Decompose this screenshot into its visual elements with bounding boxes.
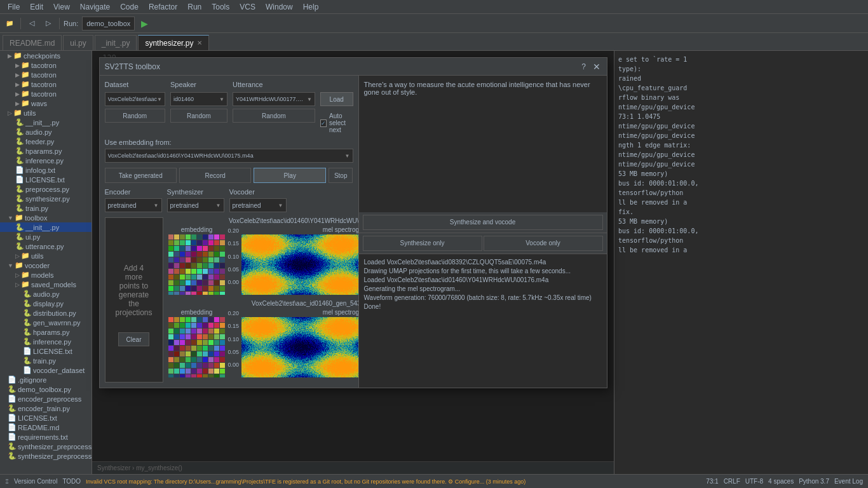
menu-item-file[interactable]: File (3, 1, 25, 13)
tree-item-gitignore[interactable]: 📄 .gitignore (0, 375, 92, 384)
dialog-help-btn[interactable]: ? (579, 62, 589, 72)
status-indent[interactable]: 4 spaces (768, 478, 794, 485)
tree-item-inference-voc[interactable]: 🐍 inference.py (0, 337, 92, 346)
tree-item-audio-voc[interactable]: 🐍 audio.py (0, 289, 92, 299)
utterance-random-btn[interactable]: Random (233, 109, 315, 123)
autoselect-checkbox[interactable] (320, 119, 327, 127)
dialog-close-btn[interactable]: ✕ (592, 62, 602, 72)
colorbar-max: 0.20 (228, 227, 240, 234)
record-btn[interactable]: Record (179, 168, 251, 183)
tree-item-audio[interactable]: 🐍 audio.py (0, 127, 92, 137)
tree-item-synthesizerpy[interactable]: 🐍 synthesizer.py (0, 194, 92, 203)
tree-item-infolog[interactable]: 📄 infolog.txt (0, 165, 92, 175)
tree-item-license-voc[interactable]: 📄 LICENSE.txt (0, 346, 92, 356)
dialog-text-input[interactable] (359, 76, 607, 212)
status-vcs[interactable]: ⑄ (5, 478, 9, 485)
tree-item-tacotron4[interactable]: ▶ 📁 tacotron (0, 89, 92, 98)
menu-item-tools[interactable]: Tools (207, 1, 234, 13)
menu-item-refactor[interactable]: Refactor (144, 1, 182, 13)
synthesize-and-vocode-btn[interactable]: Synthesize and vocode (363, 215, 603, 230)
tree-item-tacotron2[interactable]: ▶ 📁 tacotron (0, 70, 92, 79)
tree-item-synth-preprocess-audio[interactable]: 🐍 synthesizer_preprocess_audio.py (0, 442, 92, 451)
speaker-combo[interactable]: id01460 ▼ (170, 92, 227, 106)
tree-item-gen-wavrnn[interactable]: 🐍 gen_wavrnn.py (0, 318, 92, 327)
status-crlf[interactable]: CRLF (724, 478, 740, 485)
menu-item-run[interactable]: Run (182, 1, 207, 13)
load-btn[interactable]: Load (320, 92, 353, 106)
toolbar-back-btn[interactable]: ◁ (25, 17, 39, 30)
tree-item-init-toolbox[interactable]: 🐍 __init__.py (0, 222, 92, 232)
tree-item-preprocess[interactable]: 🐍 preprocess.py (0, 184, 92, 194)
tree-item-demo-toolbox[interactable]: 🐍 demo_toolbox.py (0, 384, 92, 394)
tree-item-vocoder[interactable]: ▼ 📁 vocoder (0, 261, 92, 270)
tree-item-encoder-train[interactable]: 🐍 encoder_train.py (0, 403, 92, 413)
stop-btn[interactable]: Stop (329, 168, 353, 183)
menu-item-code[interactable]: Code (115, 1, 144, 13)
tree-item-hparams[interactable]: 🐍 hparams.py (0, 146, 92, 156)
menu-item-view[interactable]: View (48, 1, 75, 13)
tree-item-checkpoints[interactable]: ▶ 📁 checkpoints (0, 51, 92, 60)
tree-item-init-utils[interactable]: 🐍 __init__.py (0, 118, 92, 127)
tree-item-uipy[interactable]: 🐍 ui.py (0, 232, 92, 241)
tab-close-icon[interactable]: ✕ (197, 39, 202, 46)
tree-item-utils-toolbox[interactable]: ▷ 📁 utils (0, 251, 92, 261)
run-btn[interactable]: ▶ (137, 17, 151, 30)
status-todo[interactable]: TODO (62, 478, 81, 485)
event-log-btn[interactable]: Event Log (834, 478, 863, 485)
synthesizer-combo[interactable]: pretrained ▼ (167, 198, 224, 212)
menu-item-navigate[interactable]: Navigate (75, 1, 115, 13)
console-area[interactable]: e set to `rate = 1 type): rained \cpu_fe… (614, 51, 868, 474)
menu-item-vcs[interactable]: VCS (234, 1, 261, 13)
tree-item-wavs[interactable]: ▶ 📁 wavs (0, 98, 92, 108)
menu-item-help[interactable]: Help (298, 1, 324, 13)
menu-item-window[interactable]: Window (261, 1, 298, 13)
dataset-random-btn[interactable]: Random (105, 109, 165, 123)
tree-item-requirements[interactable]: 📄 requirements.txt (0, 432, 92, 442)
tree-item-vocoder-dataset[interactable]: 📄 vocoder_dataset (0, 365, 92, 375)
tree-item-tacotron3[interactable]: ▶ 📁 tacotron (0, 79, 92, 89)
status-vcs-label[interactable]: Version Control (14, 478, 57, 485)
tree-item-tacotron1[interactable]: ▶ 📁 tacotron (0, 60, 92, 70)
embedding-path-combo[interactable]: VoxCeleb2\test\aac\id01460\Y041WRHdcWU\0… (105, 149, 353, 163)
toolbar-forward-btn[interactable]: ▷ (41, 17, 55, 30)
take-generated-btn[interactable]: Take generated (105, 168, 177, 183)
status-encoding[interactable]: UTF-8 (745, 478, 763, 485)
tree-item-feeder[interactable]: 🐍 feeder.py (0, 137, 92, 146)
encoder-combo[interactable]: pretrained ▼ (105, 198, 162, 212)
tab-synthesizerpy[interactable]: synthesizer.py ✕ (138, 35, 209, 50)
tree-item-display[interactable]: 🐍 display.py (0, 299, 92, 308)
tree-item-saved-models[interactable]: ▷ 📁 saved_models (0, 280, 92, 289)
clear-btn[interactable]: Clear (118, 332, 150, 346)
tree-item-synth-preprocess-embeds[interactable]: 🐍 synthesizer_preprocess_embeds.py (0, 451, 92, 461)
tree-item-toolbox[interactable]: ▼ 📁 toolbox (0, 213, 92, 222)
tree-item-hparams-voc[interactable]: 🐍 hparams.py (0, 327, 92, 337)
tab-initpy[interactable]: _init_.py (95, 35, 137, 50)
tree-item-license-root[interactable]: 📄 LICENSE.txt (0, 413, 92, 423)
menu-item-edit[interactable]: Edit (25, 1, 48, 13)
tree-item-distribution[interactable]: 🐍 distribution.py (0, 308, 92, 318)
use-embedding-label: Use embedding from: (105, 139, 353, 146)
tree-item-trainpy[interactable]: 🐍 train.py (0, 203, 92, 213)
tree-item-utterance[interactable]: 🐍 utterance.py (0, 241, 92, 251)
play-btn[interactable]: Play (254, 168, 325, 183)
tree-item-readme-root[interactable]: 📄 README.md (0, 423, 92, 432)
py-icon: 🐍 (8, 385, 17, 393)
tree-item-inference[interactable]: 🐍 inference.py (0, 156, 92, 165)
synthesize-only-btn[interactable]: Synthesize only (363, 236, 482, 251)
toolbar-project-btn[interactable]: 📁 (3, 17, 17, 30)
tab-readme[interactable]: README.md (3, 35, 62, 50)
tree-item-license-synth[interactable]: 📄 LICENSE.txt (0, 175, 92, 184)
dataset-combo[interactable]: VoxCeleb2\test\aac ▼ (105, 92, 165, 106)
speaker-random-btn[interactable]: Random (170, 109, 227, 123)
tree-item-models[interactable]: ▷ 📁 models (0, 270, 92, 280)
run-config-display[interactable]: demo_toolbox (82, 17, 135, 30)
status-line-col[interactable]: 73:1 (706, 478, 718, 485)
status-python[interactable]: Python 3.7 (799, 478, 829, 485)
tab-uipy[interactable]: ui.py (63, 35, 93, 50)
utterance-combo[interactable]: Y041WRHdcWU\00177.m4a ▼ (233, 92, 315, 106)
tree-item-train-voc[interactable]: 🐍 train.py (0, 356, 92, 365)
vocoder-combo[interactable]: pretrained ▼ (229, 198, 287, 212)
vocode-only-btn[interactable]: Vocode only (484, 236, 603, 251)
tree-item-encoder-preprocess[interactable]: 📄 encoder_preprocess (0, 394, 92, 403)
tree-item-utils[interactable]: ▷ 📁 utils (0, 108, 92, 118)
